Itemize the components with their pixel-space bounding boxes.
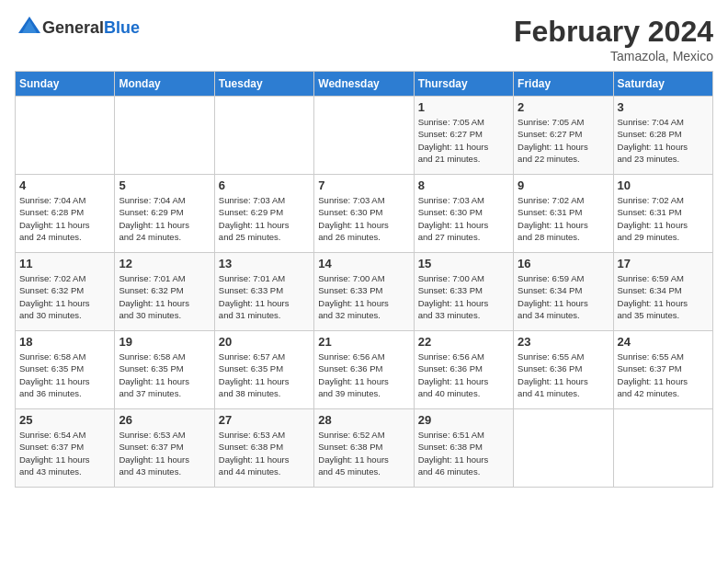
- calendar-table: SundayMondayTuesdayWednesdayThursdayFrid…: [15, 71, 713, 488]
- calendar-cell: [514, 409, 613, 488]
- day-info: Sunrise: 6:58 AM Sunset: 6:35 PM Dayligh…: [119, 350, 210, 399]
- calendar-cell: 2Sunrise: 7:05 AM Sunset: 6:27 PM Daylig…: [514, 97, 613, 175]
- day-number: 27: [219, 413, 310, 427]
- calendar-cell: 27Sunrise: 6:53 AM Sunset: 6:38 PM Dayli…: [214, 409, 313, 488]
- calendar-cell: 21Sunrise: 6:56 AM Sunset: 6:36 PM Dayli…: [314, 331, 414, 409]
- calendar-cell: [214, 97, 313, 175]
- day-number: 3: [618, 100, 709, 114]
- calendar-cell: 19Sunrise: 6:58 AM Sunset: 6:35 PM Dayli…: [115, 331, 214, 409]
- title-area: February 2024 Tamazola, Mexico: [514, 15, 713, 63]
- day-info: Sunrise: 7:03 AM Sunset: 6:30 PM Dayligh…: [418, 194, 509, 243]
- day-info: Sunrise: 6:57 AM Sunset: 6:35 PM Dayligh…: [219, 350, 310, 399]
- calendar-cell: 17Sunrise: 6:59 AM Sunset: 6:34 PM Dayli…: [613, 253, 712, 331]
- location-title: Tamazola, Mexico: [514, 49, 713, 63]
- week-row-3: 18Sunrise: 6:58 AM Sunset: 6:35 PM Dayli…: [16, 331, 713, 409]
- day-info: Sunrise: 7:05 AM Sunset: 6:27 PM Dayligh…: [418, 116, 509, 165]
- calendar-cell: 25Sunrise: 6:54 AM Sunset: 6:37 PM Dayli…: [16, 409, 115, 488]
- day-info: Sunrise: 6:58 AM Sunset: 6:35 PM Dayligh…: [19, 350, 110, 399]
- day-header-tuesday: Tuesday: [214, 72, 313, 97]
- day-number: 10: [618, 178, 709, 192]
- day-number: 28: [318, 413, 409, 427]
- day-header-thursday: Thursday: [414, 72, 513, 97]
- day-number: 14: [318, 257, 409, 270]
- calendar-cell: 23Sunrise: 6:55 AM Sunset: 6:36 PM Dayli…: [514, 331, 613, 409]
- day-info: Sunrise: 6:59 AM Sunset: 6:34 PM Dayligh…: [518, 272, 609, 321]
- day-info: Sunrise: 6:51 AM Sunset: 6:38 PM Dayligh…: [418, 429, 509, 477]
- calendar-cell: 20Sunrise: 6:57 AM Sunset: 6:35 PM Dayli…: [214, 331, 313, 409]
- calendar-cell: 18Sunrise: 6:58 AM Sunset: 6:35 PM Dayli…: [16, 331, 115, 409]
- day-info: Sunrise: 6:56 AM Sunset: 6:36 PM Dayligh…: [318, 350, 409, 399]
- calendar-cell: 16Sunrise: 6:59 AM Sunset: 6:34 PM Dayli…: [514, 253, 613, 331]
- day-info: Sunrise: 6:54 AM Sunset: 6:37 PM Dayligh…: [19, 429, 110, 477]
- calendar-cell: 12Sunrise: 7:01 AM Sunset: 6:32 PM Dayli…: [115, 253, 214, 331]
- day-info: Sunrise: 7:04 AM Sunset: 6:29 PM Dayligh…: [119, 194, 210, 243]
- day-number: 8: [418, 178, 509, 192]
- day-number: 9: [518, 178, 609, 192]
- calendar-cell: 9Sunrise: 7:02 AM Sunset: 6:31 PM Daylig…: [514, 175, 613, 253]
- week-row-2: 11Sunrise: 7:02 AM Sunset: 6:32 PM Dayli…: [16, 253, 713, 331]
- day-number: 17: [618, 257, 709, 270]
- day-info: Sunrise: 6:52 AM Sunset: 6:38 PM Dayligh…: [318, 429, 409, 477]
- day-number: 19: [119, 335, 210, 349]
- day-number: 12: [119, 257, 210, 270]
- calendar-cell: 24Sunrise: 6:55 AM Sunset: 6:37 PM Dayli…: [613, 331, 712, 409]
- day-info: Sunrise: 7:03 AM Sunset: 6:29 PM Dayligh…: [219, 194, 310, 243]
- calendar-cell: 8Sunrise: 7:03 AM Sunset: 6:30 PM Daylig…: [414, 175, 513, 253]
- day-number: 13: [219, 257, 310, 270]
- day-number: 24: [618, 335, 709, 349]
- day-info: Sunrise: 6:55 AM Sunset: 6:37 PM Dayligh…: [618, 350, 709, 399]
- calendar-cell: [16, 97, 115, 175]
- logo-icon: [17, 15, 42, 40]
- day-header-saturday: Saturday: [613, 72, 712, 97]
- day-info: Sunrise: 7:04 AM Sunset: 6:28 PM Dayligh…: [618, 116, 709, 165]
- day-number: 23: [518, 335, 609, 349]
- day-info: Sunrise: 7:00 AM Sunset: 6:33 PM Dayligh…: [318, 272, 409, 321]
- calendar-cell: 11Sunrise: 7:02 AM Sunset: 6:32 PM Dayli…: [16, 253, 115, 331]
- day-number: 20: [219, 335, 310, 349]
- day-info: Sunrise: 7:00 AM Sunset: 6:33 PM Dayligh…: [418, 272, 509, 321]
- day-number: 2: [518, 100, 609, 114]
- calendar-cell: [115, 97, 214, 175]
- day-number: 25: [19, 413, 110, 427]
- day-header-wednesday: Wednesday: [314, 72, 414, 97]
- logo-general: General: [42, 18, 104, 37]
- day-number: 6: [219, 178, 310, 192]
- calendar-cell: 22Sunrise: 6:56 AM Sunset: 6:36 PM Dayli…: [414, 331, 513, 409]
- calendar-cell: 15Sunrise: 7:00 AM Sunset: 6:33 PM Dayli…: [414, 253, 513, 331]
- calendar-cell: 5Sunrise: 7:04 AM Sunset: 6:29 PM Daylig…: [115, 175, 214, 253]
- day-number: 11: [19, 257, 110, 270]
- calendar-cell: 28Sunrise: 6:52 AM Sunset: 6:38 PM Dayli…: [314, 409, 414, 488]
- week-row-4: 25Sunrise: 6:54 AM Sunset: 6:37 PM Dayli…: [16, 409, 713, 488]
- day-info: Sunrise: 7:05 AM Sunset: 6:27 PM Dayligh…: [518, 116, 609, 165]
- week-row-1: 4Sunrise: 7:04 AM Sunset: 6:28 PM Daylig…: [16, 175, 713, 253]
- day-info: Sunrise: 6:55 AM Sunset: 6:36 PM Dayligh…: [518, 350, 609, 399]
- logo-blue: Blue: [104, 18, 140, 37]
- day-info: Sunrise: 7:04 AM Sunset: 6:28 PM Dayligh…: [19, 194, 110, 243]
- calendar-cell: 13Sunrise: 7:01 AM Sunset: 6:33 PM Dayli…: [214, 253, 313, 331]
- day-number: 26: [119, 413, 210, 427]
- day-info: Sunrise: 6:59 AM Sunset: 6:34 PM Dayligh…: [618, 272, 709, 321]
- day-info: Sunrise: 7:02 AM Sunset: 6:31 PM Dayligh…: [618, 194, 709, 243]
- day-info: Sunrise: 7:01 AM Sunset: 6:32 PM Dayligh…: [119, 272, 210, 321]
- calendar-cell: 10Sunrise: 7:02 AM Sunset: 6:31 PM Dayli…: [613, 175, 712, 253]
- day-header-friday: Friday: [514, 72, 613, 97]
- day-number: 7: [318, 178, 409, 192]
- calendar-cell: [613, 409, 712, 488]
- calendar-cell: 14Sunrise: 7:00 AM Sunset: 6:33 PM Dayli…: [314, 253, 414, 331]
- day-info: Sunrise: 7:02 AM Sunset: 6:32 PM Dayligh…: [19, 272, 110, 321]
- calendar-cell: 4Sunrise: 7:04 AM Sunset: 6:28 PM Daylig…: [16, 175, 115, 253]
- day-info: Sunrise: 6:53 AM Sunset: 6:38 PM Dayligh…: [219, 429, 310, 477]
- day-info: Sunrise: 6:53 AM Sunset: 6:37 PM Dayligh…: [119, 429, 210, 477]
- calendar-cell: 1Sunrise: 7:05 AM Sunset: 6:27 PM Daylig…: [414, 97, 513, 175]
- day-number: 15: [418, 257, 509, 270]
- calendar-cell: 3Sunrise: 7:04 AM Sunset: 6:28 PM Daylig…: [613, 97, 712, 175]
- day-number: 18: [19, 335, 110, 349]
- calendar-cell: 26Sunrise: 6:53 AM Sunset: 6:37 PM Dayli…: [115, 409, 214, 488]
- day-info: Sunrise: 7:01 AM Sunset: 6:33 PM Dayligh…: [219, 272, 310, 321]
- day-header-monday: Monday: [115, 72, 214, 97]
- page-header: GeneralBlue February 2024 Tamazola, Mexi…: [15, 15, 713, 63]
- calendar-cell: [314, 97, 414, 175]
- day-number: 4: [19, 178, 110, 192]
- day-number: 5: [119, 178, 210, 192]
- day-header-sunday: Sunday: [16, 72, 115, 97]
